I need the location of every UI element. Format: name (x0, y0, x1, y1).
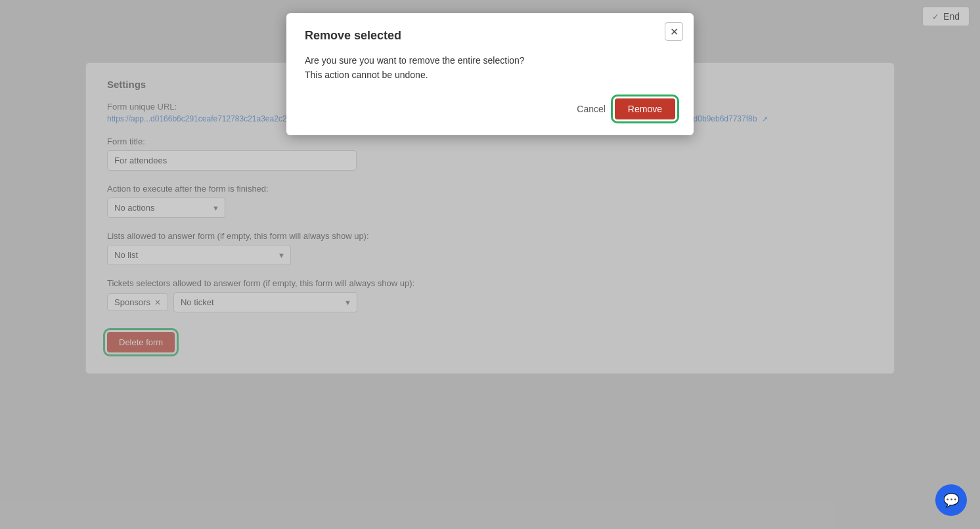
dialog-line2: This action cannot be undone. (305, 68, 675, 82)
remove-button[interactable]: Remove (615, 98, 675, 119)
chat-bubble[interactable]: 💬 (935, 484, 967, 516)
dialog-footer: Cancel Remove (305, 98, 675, 119)
cancel-button[interactable]: Cancel (577, 104, 606, 114)
dialog-body: Are you sure you want to remove the enti… (305, 53, 675, 83)
dialog-title: Remove selected (305, 29, 675, 43)
overlay: Remove selected ✕ Are you sure you want … (0, 0, 980, 529)
dialog-line1: Are you sure you want to remove the enti… (305, 53, 675, 68)
dialog-close-button[interactable]: ✕ (665, 22, 683, 41)
dialog: Remove selected ✕ Are you sure you want … (286, 13, 694, 135)
close-icon: ✕ (670, 26, 679, 38)
chat-icon: 💬 (943, 492, 960, 508)
